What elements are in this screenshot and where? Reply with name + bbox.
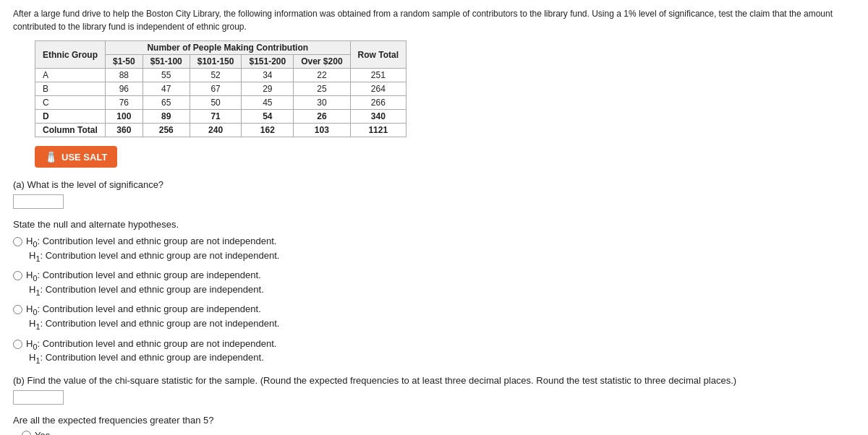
expected-freq-section: Are all the expected frequencies greater… [13,415,855,435]
chi-square-input[interactable] [13,390,64,405]
hypothesis-option-4: H0: Contribution level and ethnic group … [13,338,855,365]
column-total-label: Column Total [35,124,106,137]
table-row: 26 [294,110,350,124]
hypothesis-radio-1[interactable] [13,237,22,246]
number-of-people-header: Number of People Making Contribution [106,41,351,55]
use-salt-button[interactable]: 🧂 USE SALT [35,146,117,168]
expected-freq-options: Yes No [22,430,855,435]
table-row: 264 [350,82,406,96]
hypothesis-option-3: H0: Contribution level and ethnic group … [13,303,855,330]
column-total-value: 162 [242,124,294,137]
table-row: 251 [350,69,406,82]
table-row: 96 [106,82,143,96]
row-total-header: Row Total [350,41,406,69]
col-header-5: Over $200 [294,55,350,69]
ethnic-group-header: Ethnic Group [35,41,106,69]
contribution-table: Ethnic Group Number of People Making Con… [35,40,407,137]
h0-3: H0: Contribution level and ethnic group … [26,303,261,316]
table-row: 65 [142,96,190,110]
table-row: 55 [142,69,190,82]
col-header-1: $1-50 [106,55,143,69]
table-row-group: A [35,69,106,82]
column-total-value: 360 [106,124,143,137]
salt-icon: 🧂 [45,151,57,163]
table-row-group: D [35,110,106,124]
table-row: 88 [106,69,143,82]
col-header-3: $101-150 [190,55,242,69]
part-a-section: (a) What is the level of significance? [13,179,855,209]
expected-freq-yes[interactable] [22,431,31,435]
table-row: 89 [142,110,190,124]
table-row: 76 [106,96,143,110]
h1-3: H1: Contribution level and ethnic group … [29,318,855,331]
table-row: 29 [242,82,294,96]
table-row: 52 [190,69,242,82]
hypothesis-option-2: H0: Contribution level and ethnic group … [13,270,855,296]
expected-freq-label: Are all the expected frequencies greater… [13,415,855,426]
column-total-value: 240 [190,124,242,137]
column-total-value: 1121 [350,124,406,137]
table-row: 22 [294,69,350,82]
part-a-label: (a) What is the level of significance? [13,179,855,190]
hypotheses-section: State the null and alternate hypotheses.… [13,219,855,365]
table-row: 340 [350,110,406,124]
hypothesis-radio-3[interactable] [13,305,22,314]
col-header-4: $151-200 [242,55,294,69]
table-row: 34 [242,69,294,82]
h0-2: H0: Contribution level and ethnic group … [26,270,261,283]
table-row: 30 [294,96,350,110]
table-row: 45 [242,96,294,110]
significance-input[interactable] [13,194,64,209]
h1-2: H1: Contribution level and ethnic group … [29,284,855,297]
use-salt-label: USE SALT [61,152,107,163]
column-total-value: 103 [294,124,350,137]
table-row-group: C [35,96,106,110]
table-row: 266 [350,96,406,110]
expected-freq-yes-label: Yes [35,430,50,435]
hypothesis-radio-2[interactable] [13,271,22,280]
hypothesis-option-1: H0: Contribution level and ethnic group … [13,236,855,262]
data-table-wrapper: Ethnic Group Number of People Making Con… [13,40,855,137]
table-row: 50 [190,96,242,110]
intro-text: After a large fund drive to help the Bos… [13,7,855,33]
null-alt-heading: State the null and alternate hypotheses. [13,219,855,230]
part-b-label: (b) Find the value of the chi-square sta… [13,375,855,386]
h0-4: H0: Contribution level and ethnic group … [26,338,276,351]
table-row: 47 [142,82,190,96]
part-b-section: (b) Find the value of the chi-square sta… [13,375,855,405]
h0-1: H0: Contribution level and ethnic group … [26,236,276,249]
h1-1: H1: Contribution level and ethnic group … [29,250,855,263]
col-header-2: $51-100 [142,55,190,69]
table-row-group: B [35,82,106,96]
h1-4: H1: Contribution level and ethnic group … [29,352,855,365]
table-row: 67 [190,82,242,96]
column-total-value: 256 [142,124,190,137]
table-row: 54 [242,110,294,124]
table-row: 100 [106,110,143,124]
table-row: 71 [190,110,242,124]
table-row: 25 [294,82,350,96]
hypothesis-radio-4[interactable] [13,340,22,349]
